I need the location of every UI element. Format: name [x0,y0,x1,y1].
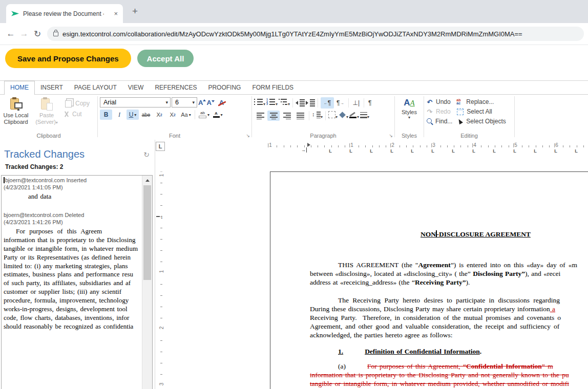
align-right-button[interactable] [281,111,293,121]
border-color-button[interactable]: ▾ [349,111,359,120]
shrink-font-button[interactable]: A [206,99,214,106]
chevron-down-icon: ▾ [402,115,417,120]
editing-group: ↶Undo ↷Redo Find... abacReplace... Selec… [424,95,514,139]
justify-button[interactable] [294,111,306,121]
font-color-button[interactable]: A▾ [212,110,224,120]
magnifier-icon [427,118,432,123]
refresh-changes-icon[interactable]: ↻ [143,150,150,159]
forward-icon: → [17,29,31,39]
tracked-change-entry[interactable]: bjoern@textcontrol.com Inserted(4/23/202… [2,176,152,201]
tab-form-fields[interactable]: FORM FIELDS [246,81,299,94]
align-center-button[interactable] [267,111,280,121]
change-text-line: procedure, formula, improvement, technol… [4,296,141,305]
line-spacing-button[interactable]: ▾ [312,111,323,120]
styles-group: AA Styles ▾ Styles [395,95,424,139]
accept-all-button[interactable]: Accept All [137,50,194,67]
paste-icon [40,97,53,111]
change-text-line: of such party, its affiliates, subsidiar… [4,279,141,288]
line-spacing-icon [312,112,321,118]
tab-home[interactable]: HOME [4,81,35,95]
back-icon[interactable]: ← [4,29,17,39]
select-all-button[interactable]: Select All [456,108,506,115]
dialog-launcher-icon[interactable]: ↘ [389,133,393,138]
border-style-button[interactable]: ▾ [360,111,369,120]
url-text: esign.textcontrol.com/collaboration/edit… [62,30,522,38]
tab-title: Please review the Document - Te [23,10,104,17]
find-button[interactable]: Find... [426,118,452,125]
replace-icon: abac [456,99,464,105]
border-pen-icon [349,111,357,118]
increase-indent-button[interactable] [306,99,315,106]
bullet-list-icon [254,98,263,105]
action-bar: Save and Propose Changes Accept All [0,45,588,80]
superscript-button[interactable]: X2 [166,110,179,120]
paste-button: Paste (Server)▾ [33,97,60,132]
browser-tab[interactable]: Please review the Document - Te × [6,4,123,23]
highlight-color-button[interactable]: ab▾ [198,110,211,120]
tracked-change-entry[interactable]: bjoern@textcontrol.com Deleted(4/23/2021… [2,210,152,331]
align-left-button[interactable] [254,111,266,121]
multilevel-list-button[interactable]: ▾ [279,98,290,107]
use-local-clipboard-button[interactable]: Use Local Clipboard [2,97,30,132]
grow-font-button[interactable]: A [198,99,205,106]
undo-icon: ↶ [426,99,433,105]
shading-button[interactable]: ▾ [339,111,348,120]
tab-proofing[interactable]: PROOFING [202,81,246,94]
border-box-icon [328,111,335,118]
save-and-propose-button[interactable]: Save and Propose Changes [5,49,131,68]
chevron-down-icon: ▾ [221,113,223,117]
cursor-arrow-icon [457,118,463,125]
clipboard-monitor-icon [9,97,23,111]
italic-button[interactable]: I [113,110,125,120]
change-text-line: For purposes of this Agreem [4,227,141,236]
new-tab-button[interactable]: + [132,5,138,18]
bold-button[interactable]: B [100,110,112,120]
font-family-select[interactable]: Arial▾ [100,97,171,107]
browser-tab-strip: Please review the Document - Te × + [0,0,588,23]
change-text-line: Party or its Representatives (as defined… [4,253,141,262]
scrollbar-thumb[interactable] [143,185,151,280]
undo-button[interactable]: ↶Undo [426,98,452,105]
ribbon: HOME INSERT PAGE LAYOUT VIEW REFERENCES … [0,80,588,140]
tab-view[interactable]: VIEW [122,81,150,94]
left-to-right-button[interactable]: ←¶ [321,97,334,109]
select-all-icon [457,109,464,115]
borders-button[interactable]: ▾ [328,111,338,120]
align-right-icon [283,113,291,119]
numbered-list-icon [266,98,276,105]
browser-toolbar: ← → ↻ esign.textcontrol.com/collaboratio… [0,23,588,45]
sidebar-scrollbar[interactable] [142,176,152,389]
address-bar[interactable]: esign.textcontrol.com/collaboration/edit… [47,27,584,41]
change-author-line: bjoern@textcontrol.com Inserted [4,177,141,184]
subscript-button[interactable]: X2 [153,110,165,120]
underline-button[interactable]: U▾ [127,110,139,120]
tab-insert[interactable]: INSERT [35,81,69,94]
replace-button[interactable]: abacReplace... [456,98,506,105]
tracked-changes-list[interactable]: bjoern@textcontrol.com Inserted(4/23/202… [1,175,153,389]
select-objects-button[interactable]: Select Objects [456,118,506,125]
change-case-button[interactable]: Aa▾ [180,110,192,120]
font-size-select[interactable]: 6▾ [172,97,197,107]
change-text-line: should reasonably be recognized as confi… [4,322,141,331]
clear-formatting-button[interactable]: A [219,99,224,106]
styles-button[interactable]: AA Styles ▾ [402,97,417,120]
change-text: For purposes of this Agreeminformation t… [4,227,141,331]
copy-button: Copy [64,99,90,107]
scroll-up-icon[interactable] [142,176,152,185]
numbered-list-button[interactable]: ▾ [266,98,278,107]
vertical-alignment-button[interactable]: ⊥| [351,99,362,107]
strikethrough-button[interactable]: abe [140,110,152,120]
ribbon-tab-bar: HOME INSERT PAGE LAYOUT VIEW REFERENCES … [0,81,588,95]
formatting-marks-button[interactable]: ¶ [367,99,373,107]
sidebar-title: Tracked Changes [4,148,155,160]
dialog-launcher-icon[interactable]: ↘ [246,133,250,138]
scissors-icon [64,111,70,117]
right-to-left-button[interactable]: ¶→ [335,99,345,107]
tab-page-layout[interactable]: PAGE LAYOUT [69,81,122,94]
refresh-icon[interactable]: ↻ [31,29,44,39]
decrease-indent-button[interactable] [296,99,305,106]
tab-close-icon[interactable]: × [114,10,118,17]
cut-button: Cut [64,111,90,118]
bullet-list-button[interactable]: ▾ [254,98,265,107]
tab-references[interactable]: REFERENCES [149,81,202,94]
